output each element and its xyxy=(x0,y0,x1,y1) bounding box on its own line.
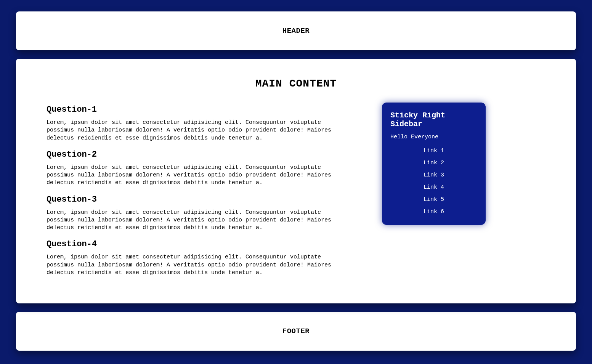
header-card: HEADER xyxy=(16,11,576,50)
question-heading: Question-2 xyxy=(47,150,344,159)
question-heading: Question-4 xyxy=(47,239,344,249)
main-card: MAIN CONTENT Question-1 Lorem, ipsum dol… xyxy=(16,59,576,303)
question-heading: Question-1 xyxy=(47,105,344,114)
question-block: Question-3 Lorem, ipsum dolor sit amet c… xyxy=(47,195,344,232)
main-title: MAIN CONTENT xyxy=(47,78,545,90)
sticky-right-sidebar: Sticky Right Sidebar Hello Everyone Link… xyxy=(382,103,486,225)
question-block: Question-1 Lorem, ipsum dolor sit amet c… xyxy=(47,105,344,142)
list-item: Link 2 xyxy=(390,159,477,166)
sidebar-link-1[interactable]: Link 1 xyxy=(424,148,444,154)
question-block: Question-2 Lorem, ipsum dolor sit amet c… xyxy=(47,150,344,187)
content-row: Question-1 Lorem, ipsum dolor sit amet c… xyxy=(47,105,545,284)
sidebar-link-6[interactable]: Link 6 xyxy=(424,208,444,215)
question-heading: Question-3 xyxy=(47,195,344,204)
question-body: Lorem, ipsum dolor sit amet consectetur … xyxy=(47,253,344,277)
footer-card: FOOTER xyxy=(16,312,576,351)
sidebar-link-3[interactable]: Link 3 xyxy=(424,172,444,178)
sidebar-link-5[interactable]: Link 5 xyxy=(424,196,444,203)
question-body: Lorem, ipsum dolor sit amet consectetur … xyxy=(47,119,344,142)
questions-container: Question-1 Lorem, ipsum dolor sit amet c… xyxy=(47,105,344,284)
list-item: Link 1 xyxy=(390,147,477,154)
footer-title: FOOTER xyxy=(24,327,568,335)
header-title: HEADER xyxy=(24,27,568,35)
sidebar-link-2[interactable]: Link 2 xyxy=(424,160,444,166)
question-block: Question-4 Lorem, ipsum dolor sit amet c… xyxy=(47,239,344,277)
sidebar-links-list: Link 1 Link 2 Link 3 Link 4 Link 5 Link … xyxy=(390,147,477,215)
question-body: Lorem, ipsum dolor sit amet consectetur … xyxy=(47,209,344,232)
sidebar-link-4[interactable]: Link 4 xyxy=(424,184,444,191)
list-item: Link 5 xyxy=(390,196,477,203)
list-item: Link 3 xyxy=(390,172,477,178)
list-item: Link 4 xyxy=(390,184,477,191)
sidebar-title: Sticky Right Sidebar xyxy=(390,111,477,128)
question-body: Lorem, ipsum dolor sit amet consectetur … xyxy=(47,164,344,187)
sidebar-subtitle: Hello Everyone xyxy=(390,134,477,140)
list-item: Link 6 xyxy=(390,208,477,215)
